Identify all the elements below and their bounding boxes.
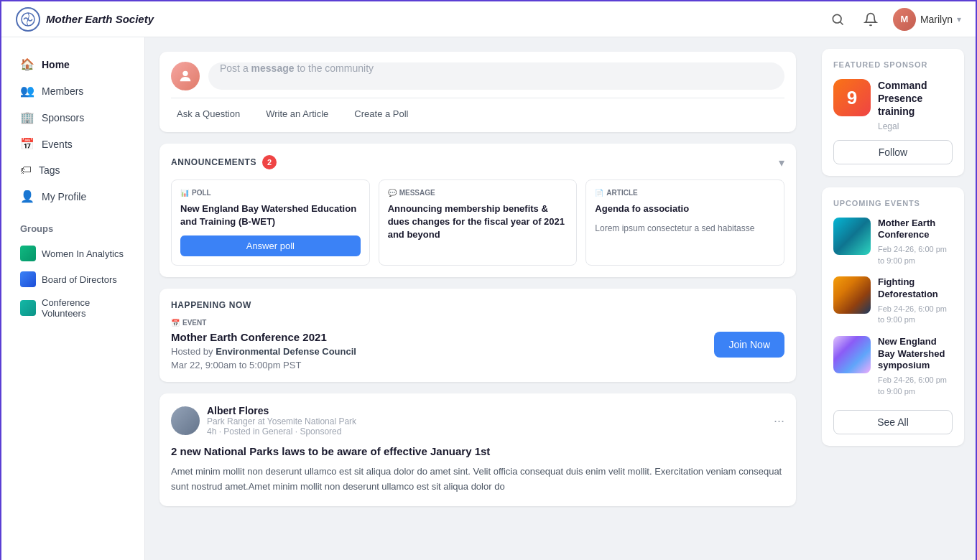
announcements-grid: 📊 POLL New England Bay Watershed Educati… [171,179,784,266]
happening-event-info: 📅 EVENT Mother Earth Conference 2021 Hos… [171,319,356,370]
home-icon: 🏠 [20,57,34,71]
sponsors-icon: 🏢 [20,111,34,124]
ask-question-btn[interactable]: Ask a Question [171,106,246,122]
sidebar-item-tags[interactable]: 🏷Tags [13,158,133,182]
post-actions: Ask a Question Write an Article Create a… [171,98,784,122]
write-article-btn[interactable]: Write an Article [260,106,334,122]
upcoming-event-item: Mother Earth Conference Feb 24-26, 6:00 … [833,218,953,267]
event-item-name: Fighting Deforestation [878,276,953,301]
sidebar-item-home[interactable]: 🏠Home [13,52,133,77]
sidebar-item-sponsors[interactable]: 🏢Sponsors [13,105,133,130]
group-avatar [20,300,36,316]
event-list: Mother Earth Conference Feb 24-26, 6:00 … [833,218,953,398]
svg-line-2 [841,22,843,24]
sponsor-name: Command Presence training [878,79,953,118]
ann-title-2: Announcing membership benefits & dues ch… [388,202,568,242]
svg-point-3 [182,71,187,76]
poll-icon: 📊 [180,189,189,197]
sidebar-nav: 🏠Home👥Members🏢Sponsors📅Events🏷Tags👤My Pr… [13,52,133,209]
post-meta: 4h · Posted in General · Sponsored [207,426,356,437]
create-poll-btn[interactable]: Create a Poll [348,106,414,122]
sidebar-item-label: Sponsors [42,112,84,123]
sponsor-category: Legal [878,121,953,131]
event-item-date: Feb 24-26, 6:00 pm to 9:00 pm [878,375,953,397]
upcoming-events-title: UPCOMING EVENTS [833,199,953,207]
sidebar-item-label: Home [42,59,70,70]
announcement-item: 📄 ARTICLE Agenda fo associatio Lorem ips… [585,179,784,266]
sponsor-details: Command Presence training Legal [878,79,953,131]
sidebar-item-label: My Profile [42,191,86,202]
right-panel: FEATURED SPONSOR 9 Command Presence trai… [810,37,976,560]
sidebar: 🏠Home👥Members🏢Sponsors📅Events🏷Tags👤My Pr… [1,37,145,560]
event-item-date: Feb 24-26, 6:00 pm to 9:00 pm [878,304,953,326]
members-icon: 👥 [20,84,34,98]
event-item-info: New England Bay Watershed symposium Feb … [878,336,953,397]
sidebar-item-members[interactable]: 👥Members [13,78,133,103]
post-menu-icon[interactable]: ··· [774,414,784,429]
group-label: Women In Analytics [42,248,124,259]
my-profile-icon: 👤 [20,190,34,203]
ann-title-1: New England Bay Watershed Education and … [180,202,361,228]
happening-event-host: Environmental Defense Council [216,346,356,357]
layout: 🏠Home👥Members🏢Sponsors📅Events🏷Tags👤My Pr… [1,37,976,560]
ann-body-3: Lorem ipsum consectetur a sed habitasse [595,223,775,235]
events-icon: 📅 [20,137,34,151]
post-box: Post a message to the community Ask a Qu… [159,52,796,132]
post-author-avatar [171,406,200,435]
ann-title-3: Agenda fo associatio [595,202,775,215]
join-now-button[interactable]: Join Now [714,332,784,358]
header-logo: Mother Earth Society [16,7,827,32]
upcoming-event-item: Fighting Deforestation Feb 24-26, 6:00 p… [833,276,953,326]
user-name: Marilyn [920,14,953,25]
tags-icon: 🏷 [20,164,32,177]
group-label: Conference Volunteers [42,297,126,319]
ann-type-poll: 📊 POLL [180,189,361,197]
post-card: Albert Flores Park Ranger at Yosemite Na… [159,393,796,506]
sidebar-group-women-analytics[interactable]: Women In Analytics [13,241,133,266]
follow-button[interactable]: Follow [833,140,953,164]
post-body: Amet minim mollit non deserunt ullamco e… [171,465,784,495]
happening-event-row: 📅 EVENT Mother Earth Conference 2021 Hos… [171,319,784,370]
event-icon: 📅 [171,319,180,327]
header-actions: M Marilyn ▾ [827,8,961,31]
post-user-info: Albert Flores Park Ranger at Yosemite Na… [171,405,356,437]
group-avatar [20,271,36,287]
happening-event-time: Mar 22, 9:00am to 5:00pm PST [171,360,356,370]
sponsor-card: FEATURED SPONSOR 9 Command Presence trai… [822,49,964,176]
sponsor-logo: 9 [833,79,871,116]
user-menu[interactable]: M Marilyn ▾ [893,8,961,31]
avatar: M [893,8,916,31]
search-icon[interactable] [827,9,848,30]
notification-icon[interactable] [860,9,881,30]
post-headline: 2 new National Parks laws to be aware of… [171,445,784,457]
header: Mother Earth Society M Marilyn ▾ [1,1,976,37]
event-thumbnail [833,218,871,255]
logo-icon [16,7,40,32]
announcements-badge: 2 [262,155,277,169]
sidebar-item-events[interactable]: 📅Events [13,131,133,157]
announcements-title-row: ANNOUNCEMENTS 2 [171,155,277,169]
sidebar-group-board-directors[interactable]: Board of Directors [13,267,133,291]
sidebar-group-conference-volunteers[interactable]: Conference Volunteers [13,293,133,323]
post-author-details: Albert Flores Park Ranger at Yosemite Na… [207,405,356,437]
event-item-date: Feb 24-26, 6:00 pm to 9:00 pm [878,244,953,266]
happening-event-hosted: Hosted by Environmental Defense Council [171,346,356,357]
ann-type-article: 📄 ARTICLE [595,189,775,197]
upcoming-event-item: New England Bay Watershed symposium Feb … [833,336,953,397]
sidebar-item-my-profile[interactable]: 👤My Profile [13,184,133,209]
post-input[interactable]: Post a message to the community [208,62,784,90]
see-all-button[interactable]: See All [833,410,953,434]
sidebar-item-label: Events [42,139,73,150]
group-label: Board of Directors [42,274,117,285]
event-item-name: Mother Earth Conference [878,218,953,242]
sponsor-section-title: FEATURED SPONSOR [833,60,953,69]
answer-poll-button[interactable]: Answer poll [180,235,361,256]
post-user-avatar [171,62,200,90]
announcements-chevron-icon[interactable]: ▾ [779,156,784,169]
svg-point-1 [833,14,841,23]
event-thumbnail [833,336,871,373]
event-type-label: 📅 EVENT [171,319,356,327]
sidebar-item-label: Tags [39,164,60,176]
groups-label: Groups [13,223,133,234]
event-item-name: New England Bay Watershed symposium [878,336,953,373]
